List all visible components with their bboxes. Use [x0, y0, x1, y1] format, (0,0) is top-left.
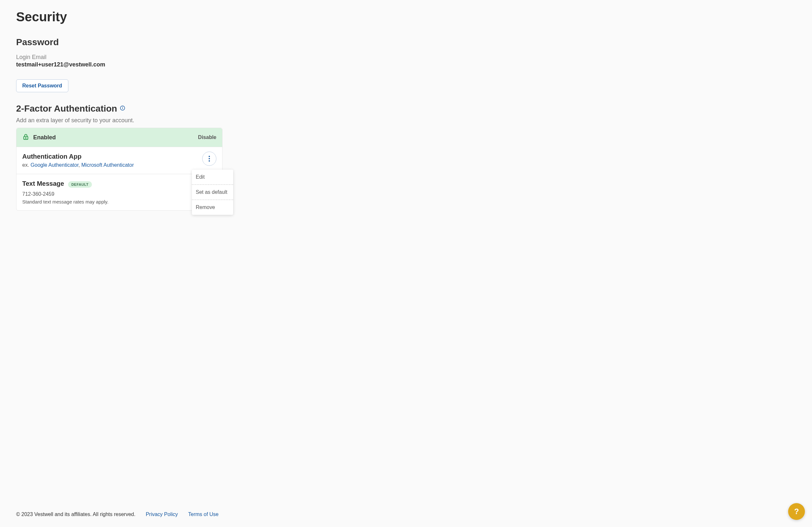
twofa-status: Enabled	[22, 133, 56, 142]
text-message-title: Text Message	[22, 180, 64, 187]
info-icon[interactable]	[120, 105, 126, 112]
svg-point-2	[122, 107, 123, 108]
reset-password-button[interactable]: Reset Password	[16, 79, 68, 92]
auth-app-row: Authentication App ex. Google Authentica…	[16, 147, 222, 174]
default-badge: DEFAULT	[68, 181, 91, 188]
svg-point-4	[26, 138, 26, 138]
login-email-value: testmail+user121@vestwell.com	[16, 61, 422, 68]
footer-copyright: © 2023 Vestwell and its affiliates. All …	[16, 512, 135, 517]
twofa-subtitle: Add an extra layer of security to your a…	[16, 117, 422, 124]
footer: © 2023 Vestwell and its affiliates. All …	[0, 505, 812, 527]
text-message-row: Text Message DEFAULT 712-360-2459 Standa…	[16, 174, 222, 210]
twofa-card-header: Enabled Disable	[16, 128, 222, 147]
disable-button[interactable]: Disable	[198, 134, 216, 140]
help-button[interactable]: ?	[788, 503, 805, 520]
auth-app-sub: ex. Google Authenticator, Microsoft Auth…	[22, 162, 216, 168]
privacy-policy-link[interactable]: Privacy Policy	[146, 512, 178, 517]
auth-app-ex-prefix: ex.	[22, 162, 31, 168]
twofa-enabled-label: Enabled	[33, 134, 56, 141]
auth-app-menu-popup: Edit Set as default Remove	[192, 170, 233, 215]
auth-app-more-button[interactable]	[202, 152, 216, 166]
login-email-label: Login Email	[16, 54, 422, 61]
page-title: Security	[16, 10, 422, 24]
twofa-section-title: 2-Factor Authentication	[16, 103, 117, 114]
terms-of-use-link[interactable]: Terms of Use	[188, 512, 218, 517]
text-message-phone: 712-360-2459	[22, 191, 216, 197]
text-message-title-row: Text Message DEFAULT	[22, 180, 216, 189]
text-message-note: Standard text message rates may apply.	[22, 199, 216, 204]
menu-item-edit[interactable]: Edit	[192, 170, 233, 185]
password-section-title: Password	[16, 37, 422, 47]
auth-app-separator: ,	[78, 162, 81, 168]
help-icon: ?	[794, 507, 799, 516]
lock-icon	[22, 133, 29, 142]
microsoft-authenticator-link[interactable]: Microsoft Authenticator	[81, 162, 134, 168]
vertical-dots-icon	[209, 156, 210, 161]
twofa-card: Enabled Disable Authentication App ex. G…	[16, 128, 222, 211]
menu-item-remove[interactable]: Remove	[192, 200, 233, 215]
main-content: Security Password Login Email testmail+u…	[0, 0, 438, 249]
google-authenticator-link[interactable]: Google Authenticator	[31, 162, 79, 168]
twofa-heading-row: 2-Factor Authentication	[16, 103, 422, 114]
auth-app-title: Authentication App	[22, 153, 82, 160]
menu-item-set-default[interactable]: Set as default	[192, 185, 233, 200]
